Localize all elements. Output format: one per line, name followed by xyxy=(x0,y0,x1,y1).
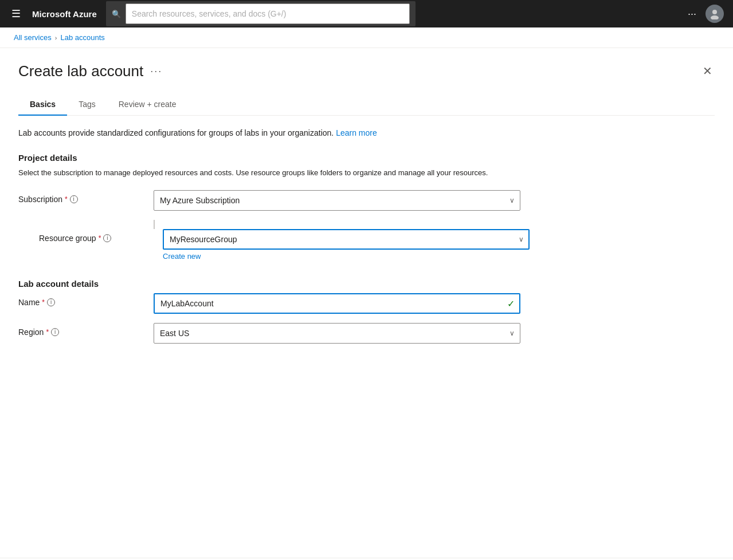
breadcrumb-all-services[interactable]: All services xyxy=(14,33,52,42)
search-input[interactable] xyxy=(126,3,410,24)
connector-line xyxy=(154,220,155,229)
resource-group-label: Resource group xyxy=(39,234,96,243)
lab-account-details-title: Lab account details xyxy=(18,279,715,289)
region-input-col: East US ∨ xyxy=(154,323,520,344)
subscription-required: * xyxy=(65,195,68,203)
tab-review-create[interactable]: Review + create xyxy=(107,94,188,116)
brand-name: Microsoft Azure xyxy=(32,9,97,19)
resource-group-field-row: Resource group * i MyResourceGroup ∨ Cre… xyxy=(18,229,715,261)
connector-area xyxy=(18,220,715,229)
resource-group-info-icon[interactable]: i xyxy=(103,234,111,242)
region-select-wrapper: East US ∨ xyxy=(154,323,520,344)
close-button[interactable]: ✕ xyxy=(700,62,715,80)
resource-group-required: * xyxy=(99,234,101,242)
name-required: * xyxy=(42,298,45,306)
main-content: Create lab account ··· ✕ Basics Tags Rev… xyxy=(0,48,733,558)
subscription-label-col: Subscription * i xyxy=(18,190,144,204)
project-details-desc: Select the subscription to manage deploy… xyxy=(18,167,715,179)
project-details-title: Project details xyxy=(18,153,715,163)
footer: Review + create < Previous Next : Tags > xyxy=(0,558,733,560)
svg-point-1 xyxy=(711,15,719,19)
page-title-row: Create lab account ··· xyxy=(18,62,162,80)
topnav-right: ··· xyxy=(688,5,724,23)
breadcrumb-lab-accounts[interactable]: Lab accounts xyxy=(60,33,104,42)
search-icon: 🔍 xyxy=(112,10,121,18)
subscription-input-col: My Azure Subscription ∨ xyxy=(154,190,520,211)
page-title: Create lab account xyxy=(18,62,143,80)
resource-group-select-wrapper: MyResourceGroup ∨ xyxy=(163,229,530,250)
tab-tags[interactable]: Tags xyxy=(67,94,107,116)
tabs: Basics Tags Review + create xyxy=(18,94,715,116)
name-label: Name xyxy=(18,298,40,307)
name-info-icon[interactable]: i xyxy=(47,298,55,306)
name-field-row: Name * i ✓ xyxy=(18,293,715,314)
region-label: Region xyxy=(18,328,44,337)
resource-group-select[interactable]: MyResourceGroup xyxy=(163,229,530,250)
tab-basics[interactable]: Basics xyxy=(18,94,67,116)
resource-group-label-col: Resource group * i xyxy=(39,229,154,243)
hamburger-icon[interactable]: ☰ xyxy=(9,5,23,22)
lab-account-details-section: Lab account details Name * i ✓ Region * … xyxy=(18,279,715,344)
page-header: Create lab account ··· ✕ xyxy=(18,62,715,80)
description: Lab accounts provide standardized config… xyxy=(18,127,715,139)
subscription-select-wrapper: My Azure Subscription ∨ xyxy=(154,190,520,211)
region-required: * xyxy=(46,328,49,336)
name-input-col: ✓ xyxy=(154,293,520,314)
resource-group-input-col: MyResourceGroup ∨ Create new xyxy=(163,229,530,261)
subscription-field-row: Subscription * i My Azure Subscription ∨ xyxy=(18,190,715,211)
subscription-info-icon[interactable]: i xyxy=(70,195,78,203)
subscription-select[interactable]: My Azure Subscription xyxy=(154,190,520,211)
topnav-more-icon[interactable]: ··· xyxy=(688,8,696,20)
region-label-col: Region * i xyxy=(18,323,144,337)
region-field-row: Region * i East US ∨ xyxy=(18,323,715,344)
learn-more-link[interactable]: Learn more xyxy=(336,128,377,137)
topnav: ☰ Microsoft Azure 🔍 ··· xyxy=(0,0,733,27)
page-title-more-icon[interactable]: ··· xyxy=(150,65,162,77)
avatar[interactable] xyxy=(705,5,724,23)
breadcrumb-sep-1: › xyxy=(55,34,57,41)
project-details-section: Project details Select the subscription … xyxy=(18,153,715,261)
name-input[interactable] xyxy=(154,293,520,314)
name-input-wrapper: ✓ xyxy=(154,293,520,314)
svg-point-0 xyxy=(712,10,717,14)
name-label-col: Name * i xyxy=(18,293,144,307)
subscription-label: Subscription xyxy=(18,195,62,204)
create-new-link[interactable]: Create new xyxy=(163,252,530,261)
region-select[interactable]: East US xyxy=(154,323,520,344)
search-bar[interactable]: 🔍 xyxy=(106,1,416,26)
region-info-icon[interactable]: i xyxy=(51,328,59,336)
breadcrumb: All services › Lab accounts xyxy=(0,27,733,48)
